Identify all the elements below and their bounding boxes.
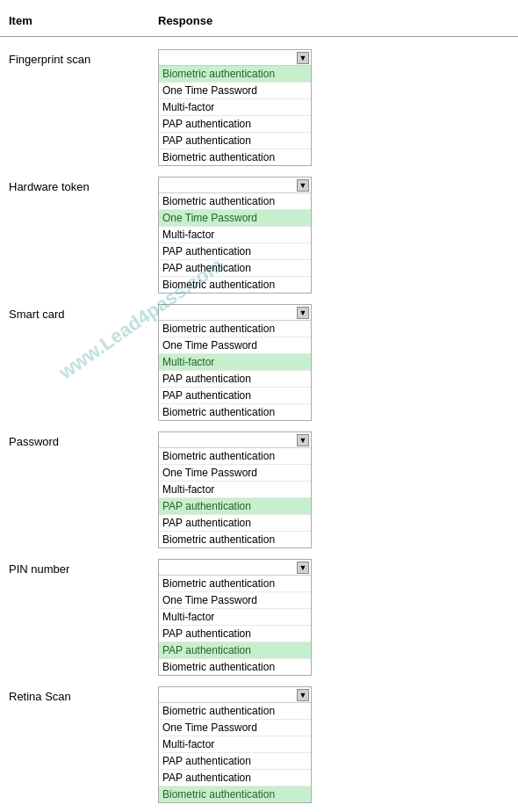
list-item[interactable]: PAP authentication bbox=[159, 515, 311, 532]
list-item[interactable]: PAP authentication bbox=[159, 770, 311, 787]
dropdown-arrow-icon[interactable]: ▼ bbox=[297, 434, 309, 446]
list-item[interactable]: Multi-factor bbox=[159, 354, 311, 371]
list-item[interactable]: PAP authentication bbox=[159, 371, 311, 388]
list-item[interactable]: Biometric authentication bbox=[159, 277, 311, 293]
list-item[interactable]: PAP authentication bbox=[159, 753, 311, 770]
dropdown-list: Biometric authenticationOne Time Passwor… bbox=[159, 193, 311, 293]
row-label: Fingerprint scan bbox=[9, 49, 158, 66]
row-label: PIN number bbox=[9, 559, 158, 576]
dropdown-top-bar: ▼ bbox=[159, 178, 311, 193]
list-item[interactable]: One Time Password bbox=[159, 337, 311, 354]
list-item[interactable]: Multi-factor bbox=[159, 482, 311, 498]
list-item[interactable]: PAP authentication bbox=[159, 626, 311, 642]
table-header: Item Response bbox=[0, 9, 518, 37]
dropdown-list: Biometric authenticationOne Time Passwor… bbox=[159, 321, 311, 420]
dropdown-top-bar: ▼ bbox=[159, 432, 311, 448]
list-item[interactable]: One Time Password bbox=[159, 592, 311, 609]
list-item[interactable]: Multi-factor bbox=[159, 609, 311, 626]
list-item[interactable]: One Time Password bbox=[159, 210, 311, 227]
list-item[interactable]: PAP authentication bbox=[159, 116, 311, 133]
table-row: Password▼Biometric authenticationOne Tim… bbox=[0, 426, 518, 554]
header-item: Item bbox=[9, 14, 158, 27]
list-item[interactable]: Biometric authentication bbox=[159, 321, 311, 337]
list-item[interactable]: Biometric authentication bbox=[159, 149, 311, 165]
row-label: Smart card bbox=[9, 304, 158, 321]
table-row: Fingerprint scan▼Biometric authenticatio… bbox=[0, 44, 518, 171]
list-item[interactable]: Biometric authentication bbox=[159, 448, 311, 465]
dropdown-list: Biometric authenticationOne Time Passwor… bbox=[159, 448, 311, 547]
list-item[interactable]: Multi-factor bbox=[159, 736, 311, 753]
dropdown-list: Biometric authenticationOne Time Passwor… bbox=[159, 576, 311, 675]
list-item[interactable]: Multi-factor bbox=[159, 99, 311, 116]
dropdown-list: Biometric authenticationOne Time Passwor… bbox=[159, 703, 311, 802]
list-item[interactable]: One Time Password bbox=[159, 720, 311, 736]
dropdown-arrow-icon[interactable]: ▼ bbox=[297, 52, 309, 64]
list-item[interactable]: Biometric authentication bbox=[159, 532, 311, 547]
dropdown-list: Biometric authenticationOne Time Passwor… bbox=[159, 66, 311, 165]
table-row: Smart card▼Biometric authenticationOne T… bbox=[0, 299, 518, 426]
dropdown-container[interactable]: ▼Biometric authenticationOne Time Passwo… bbox=[158, 304, 312, 421]
dropdown-arrow-icon[interactable]: ▼ bbox=[297, 307, 309, 319]
list-item[interactable]: Biometric authentication bbox=[159, 193, 311, 210]
dropdown-container[interactable]: ▼Biometric authenticationOne Time Passwo… bbox=[158, 431, 312, 548]
list-item[interactable]: PAP authentication bbox=[159, 133, 311, 149]
dropdown-top-bar: ▼ bbox=[159, 687, 311, 703]
dropdown-container[interactable]: ▼Biometric authenticationOne Time Passwo… bbox=[158, 559, 312, 676]
row-label: Hardware token bbox=[9, 177, 158, 193]
list-item[interactable]: PAP authentication bbox=[159, 388, 311, 404]
list-item[interactable]: PAP authentication bbox=[159, 642, 311, 659]
list-item[interactable]: PAP authentication bbox=[159, 243, 311, 260]
row-label: Password bbox=[9, 431, 158, 448]
list-item[interactable]: Biometric authentication bbox=[159, 66, 311, 83]
dropdown-arrow-icon[interactable]: ▼ bbox=[297, 562, 309, 574]
dropdown-top-bar: ▼ bbox=[159, 305, 311, 321]
list-item[interactable]: One Time Password bbox=[159, 465, 311, 482]
list-item[interactable]: Multi-factor bbox=[159, 227, 311, 243]
list-item[interactable]: PAP authentication bbox=[159, 498, 311, 515]
dropdown-arrow-icon[interactable]: ▼ bbox=[297, 689, 309, 701]
rows-container: Fingerprint scan▼Biometric authenticatio… bbox=[0, 44, 518, 808]
header-response: Response bbox=[158, 14, 212, 27]
list-item[interactable]: PAP authentication bbox=[159, 260, 311, 277]
list-item[interactable]: Biometric authentication bbox=[159, 703, 311, 720]
table-row: Hardware token▼Biometric authenticationO… bbox=[0, 171, 518, 299]
row-label: Retina Scan bbox=[9, 686, 158, 703]
dropdown-container[interactable]: ▼Biometric authenticationOne Time Passwo… bbox=[158, 177, 312, 294]
list-item[interactable]: Biometric authentication bbox=[159, 659, 311, 675]
table-row: PIN number▼Biometric authenticationOne T… bbox=[0, 554, 518, 681]
list-item[interactable]: Biometric authentication bbox=[159, 787, 311, 802]
dropdown-container[interactable]: ▼Biometric authenticationOne Time Passwo… bbox=[158, 686, 312, 803]
dropdown-arrow-icon[interactable]: ▼ bbox=[297, 179, 309, 192]
list-item[interactable]: One Time Password bbox=[159, 83, 311, 99]
table-row: Retina Scan▼Biometric authenticationOne … bbox=[0, 681, 518, 808]
dropdown-top-bar: ▼ bbox=[159, 560, 311, 576]
dropdown-top-bar: ▼ bbox=[159, 50, 311, 66]
list-item[interactable]: Biometric authentication bbox=[159, 404, 311, 420]
list-item[interactable]: Biometric authentication bbox=[159, 576, 311, 592]
dropdown-container[interactable]: ▼Biometric authenticationOne Time Passwo… bbox=[158, 49, 312, 166]
